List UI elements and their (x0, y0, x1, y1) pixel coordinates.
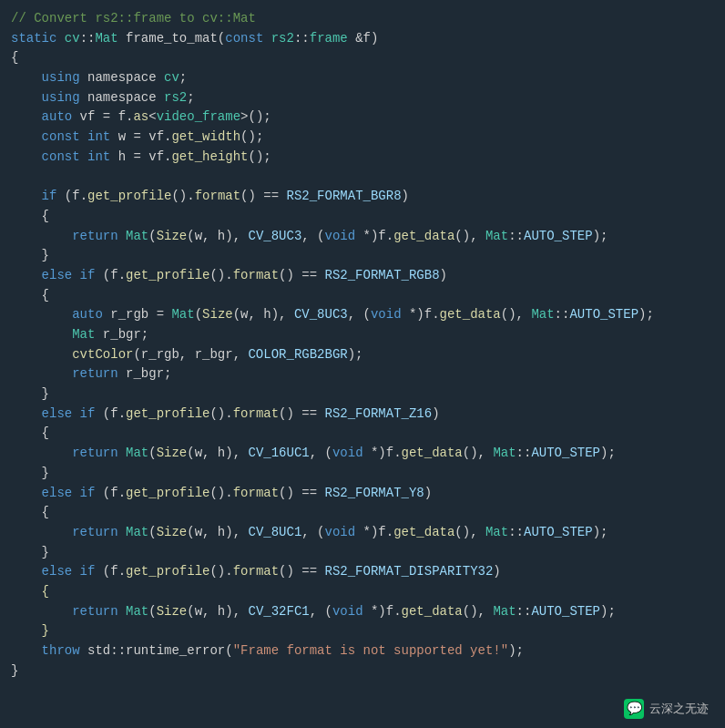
code-line: return Mat(Size(w, h), CV_8UC1, (void *)… (0, 523, 725, 543)
code-line: return Mat(Size(w, h), CV_32FC1, (void *… (0, 602, 725, 622)
code-line: else if (f.get_profile().format() == RS2… (0, 405, 725, 425)
code-line: auto r_rgb = Mat(Size(w, h), CV_8UC3, (v… (0, 305, 725, 325)
code-line: if (f.get_profile().format() == RS2_FORM… (0, 187, 725, 207)
code-line: return r_bgr; (0, 364, 725, 385)
code-line: { (0, 207, 725, 227)
code-line: } (0, 464, 725, 484)
code-line: { (0, 582, 725, 602)
watermark-icon: 💬 (624, 699, 644, 719)
code-line: using namespace cv; (0, 68, 725, 88)
code-line: auto vf = f.as<video_frame>(); (0, 108, 725, 128)
code-line: { (0, 424, 725, 444)
code-line: { (0, 286, 725, 306)
code-line: cvtColor(r_rgb, r_bgr, COLOR_RGB2BGR); (0, 345, 725, 365)
watermark: 💬 云深之无迹 (624, 699, 709, 719)
code-line: return Mat(Size(w, h), CV_16UC1, (void *… (0, 444, 725, 464)
code-line: using namespace rs2; (0, 88, 725, 108)
code-line: } (0, 543, 725, 563)
code-line: } (0, 621, 725, 641)
code-line: { (0, 503, 725, 523)
watermark-text: 云深之无迹 (649, 700, 709, 718)
code-line: } (0, 385, 725, 405)
code-line: else if (f.get_profile().format() == RS2… (0, 484, 725, 504)
code-editor: // Convert rs2::frame to cv::Matstatic c… (0, 0, 725, 728)
code-line: else if (f.get_profile().format() == RS2… (0, 562, 725, 582)
code-line: static cv::Mat frame_to_mat(const rs2::f… (0, 29, 725, 49)
code-line: const int h = vf.get_height(); (0, 148, 725, 168)
code-line: throw std::runtime_error("Frame format i… (0, 641, 725, 661)
code-line: } (0, 661, 725, 682)
code-line: const int w = vf.get_width(); (0, 128, 725, 148)
code-line: Mat r_bgr; (0, 325, 725, 345)
code-line: else if (f.get_profile().format() == RS2… (0, 266, 725, 286)
code-line: } (0, 246, 725, 266)
code-line: { (0, 48, 725, 68)
code-content: // Convert rs2::frame to cv::Matstatic c… (0, 9, 725, 681)
code-line: return Mat(Size(w, h), CV_8UC3, (void *)… (0, 227, 725, 247)
code-line (0, 168, 725, 188)
code-line: // Convert rs2::frame to cv::Mat (0, 9, 725, 29)
